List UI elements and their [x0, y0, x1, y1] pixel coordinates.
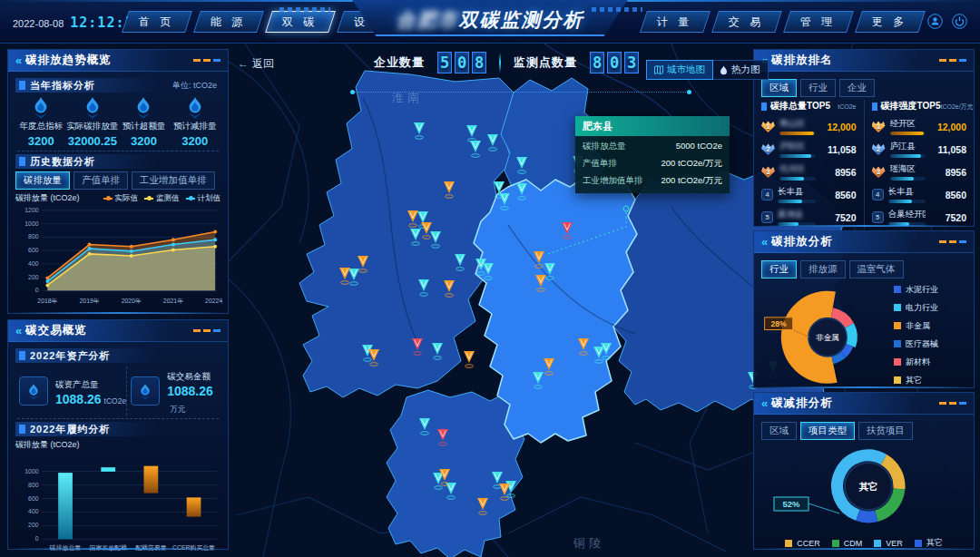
svg-text:2019年: 2019年 [80, 298, 100, 304]
section-header: 历史数据分析 [15, 154, 220, 169]
user-icon[interactable] [927, 14, 943, 29]
ranking-total-column: 碳排总量TOP5tCO2e 1 蜀山区 12,000 2 庐阳区 11,058 … [761, 100, 857, 229]
ranking-row[interactable]: 2 庐江县 11,058 [872, 138, 967, 161]
svg-text:1000: 1000 [24, 220, 38, 227]
legend-item[interactable]: 电力行业 [894, 302, 965, 314]
legend-item[interactable]: 监测值 [144, 193, 180, 204]
ranking-row[interactable]: 1 经开区 12,000 [872, 115, 967, 138]
heat-map-button[interactable]: 热力图 [712, 61, 768, 79]
rank-value: 12,000 [930, 122, 966, 132]
asset-amount[interactable]: 碳交易金额 1088.26万元 [126, 366, 220, 415]
asset-total[interactable]: 碳资产总量 1088.26tCO2e [15, 366, 126, 415]
section-title: 2022年履约分析 [30, 423, 110, 436]
tooltip-row-value: 200 tCO2e/万元 [661, 158, 722, 170]
tab-region[interactable]: 区域 [761, 79, 797, 97]
header-dashes [939, 240, 966, 243]
chevrons-icon: « [15, 54, 20, 67]
legend-item[interactable]: 非金属 [894, 320, 965, 332]
svg-text:2022年: 2022年 [205, 298, 222, 304]
bar-total-emission[interactable] [58, 473, 73, 539]
nav-item-home[interactable]: 首 页 [122, 11, 192, 33]
ranking-row[interactable]: 3 包河区 8956 [761, 161, 857, 183]
legend-item[interactable]: 其它 [915, 537, 943, 549]
city-map-button[interactable]: 城市地图 [646, 60, 713, 80]
nav-label: 双 碳 [275, 15, 325, 30]
tab-industry[interactable]: 行业 [800, 79, 836, 97]
tab-poverty-project[interactable]: 扶贫项目 [858, 422, 913, 440]
tab-region[interactable]: 区域 [761, 422, 797, 440]
metric-value: 32000.25 [68, 134, 117, 148]
back-button[interactable]: ←返回 [238, 56, 274, 72]
title-prefix-redacted: 合肥市 [397, 9, 459, 30]
tooltip-row: 工业增加值单排 200 tCO2e/万元 [575, 172, 730, 190]
divider [17, 418, 219, 419]
x-axis-labels: 2018年 2019年 2020年 2021年 2022年 [37, 298, 222, 304]
tab-greenhouse-gas[interactable]: 温室气体 [849, 260, 904, 278]
metric-annual-target[interactable]: 年度总指标 3200 [15, 95, 66, 148]
metric-expected-excess[interactable]: 预计超额量 3200 [118, 95, 169, 148]
nav-label: 更 多 [865, 15, 915, 30]
bar-quota-traded[interactable] [144, 466, 159, 493]
map-mode-switch: 城市地图 热力图 [646, 60, 769, 80]
tab-project-type[interactable]: 项目类型 [800, 422, 855, 440]
tab-output-intensity[interactable]: 产值单排 [74, 171, 128, 190]
header-dashes [939, 59, 966, 62]
panel-title: 碳排放分析 [771, 234, 833, 249]
city-map-label: 城市地图 [667, 64, 705, 76]
tab-emission-source[interactable]: 排放源 [800, 260, 846, 278]
ranking-row[interactable]: 5 巢湖县 7520 [761, 206, 857, 229]
ranking-row[interactable]: 1 蜀山区 12,000 [761, 115, 857, 138]
nav-item-trading[interactable]: 交 易 [711, 11, 782, 33]
nav-item-management[interactable]: 管 理 [783, 11, 854, 33]
chart-header: 碳排放量 (tCO2e) 实际值 监测值 计划值 [15, 192, 220, 204]
system-icons [927, 14, 967, 29]
tab-industry[interactable]: 行业 [761, 260, 797, 278]
svg-text:0: 0 [35, 287, 39, 293]
section-marker [19, 351, 25, 360]
legend-item[interactable]: CDM [832, 537, 863, 549]
panel-header: « 碳减排分析 [754, 393, 974, 415]
power-icon[interactable] [952, 14, 967, 29]
ranking-row[interactable]: 5 合巢经开区 7520 [872, 206, 967, 229]
legend-item[interactable]: 医疗器械 [894, 338, 965, 350]
panel-header: « 碳交易概览 [8, 320, 228, 342]
ranking-row[interactable]: 4 长丰县 8560 [872, 183, 967, 206]
back-arrow-icon: ← [238, 57, 249, 70]
bar-ccer-purchased[interactable] [187, 497, 201, 516]
metric-expected-reduction[interactable]: 预计减排量 3200 [170, 95, 220, 148]
legend-item[interactable]: VER [874, 537, 903, 549]
tab-enterprise[interactable]: 企业 [839, 79, 875, 97]
section-header: 当年指标分析 单位: tCO2e [15, 78, 220, 93]
bar-national-quota[interactable] [101, 467, 115, 472]
legend-item[interactable]: 计划值 [186, 193, 221, 204]
ranking-row[interactable]: 4 长丰县 8560 [761, 183, 857, 206]
panel-title: 碳交易概览 [25, 323, 87, 338]
legend-item[interactable]: 新材料 [894, 357, 965, 368]
legend-item[interactable]: 实际值 [103, 193, 139, 204]
rank-badge: 5 [761, 211, 773, 223]
flame-icon [185, 95, 205, 119]
ranking-row[interactable]: 3 瑶海区 8956 [872, 161, 967, 183]
section-title: 历史数据分析 [30, 155, 95, 169]
segment-other[interactable] [858, 515, 876, 517]
rank-badge-gold: 1 [872, 121, 886, 132]
nav-item-energy[interactable]: 能 源 [193, 11, 264, 33]
tab-emission[interactable]: 碳排放量 [15, 171, 70, 190]
map-icon [654, 65, 663, 74]
svg-text:1000: 1000 [24, 468, 38, 474]
nav-item-dual-carbon[interactable]: 双 碳 [265, 11, 336, 33]
metric-actual-emission[interactable]: 实际碳排放量 32000.25 [66, 95, 118, 148]
legend-item[interactable]: 其它 [894, 375, 965, 386]
rank-value: 7520 [930, 212, 966, 223]
history-tabs: 碳排放量 产值单排 工业增加值单排 [15, 171, 220, 190]
svg-text:600: 600 [28, 247, 39, 253]
legend-item[interactable]: CCER [785, 537, 820, 549]
tab-industrial-intensity[interactable]: 工业增加值单排 [132, 171, 215, 190]
nav-item-more[interactable]: 更 多 [855, 11, 926, 33]
region-name: 长丰县 [888, 186, 926, 198]
nav-item-metering[interactable]: 计 量 [640, 11, 710, 33]
svg-text:800: 800 [28, 482, 39, 488]
legend-item[interactable]: 水泥行业 [894, 284, 965, 296]
ranking-row[interactable]: 2 庐阳区 11,058 [761, 138, 857, 161]
asset-label: 碳资产总量 [55, 379, 99, 389]
